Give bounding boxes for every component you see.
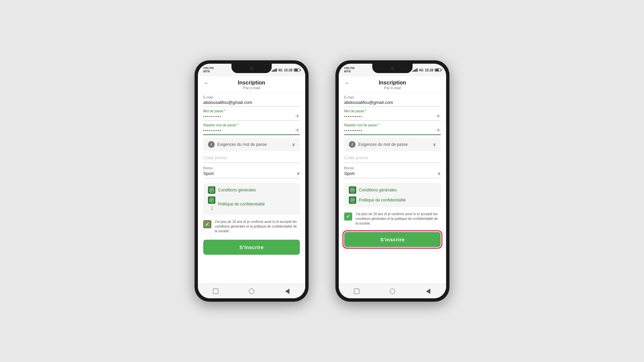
- status-bar-2: CELTISMTN 4G 15:28: [339, 64, 446, 76]
- email-value-2: abdousalifou@gmail.com: [344, 100, 441, 105]
- bottom-nav-2: [339, 284, 446, 298]
- password-requirements-2[interactable]: i Exigences du mot de passe ∨: [344, 138, 441, 151]
- notch-1: [231, 64, 272, 73]
- links-section-2: Conditions générales: [344, 183, 441, 207]
- arrow-down-red-icon-1: ↓: [210, 204, 214, 212]
- header-subtitle-2: Par e-mail: [384, 86, 401, 90]
- time-1: 15:28: [284, 68, 292, 72]
- signal-bar-4: [276, 68, 277, 72]
- header-subtitle-1: Par e-mail: [243, 86, 260, 90]
- nav-recent-2[interactable]: [425, 288, 432, 295]
- nav-square-icon-2: [354, 289, 359, 294]
- status-right-2: 4G 15:28: [413, 68, 441, 72]
- phone-frame-1: CELTISMTN 4G 15:28: [195, 60, 309, 302]
- email-field-2[interactable]: E-mail abdousalifou@gmail.com: [344, 96, 441, 107]
- repeat-password-dots-1: ••••••••••: [203, 129, 222, 132]
- app-content-1: ← Inscription Par e-mail E-mail abdousal…: [198, 76, 305, 298]
- network-type-2: 4G: [419, 68, 423, 72]
- time-2: 15:28: [425, 68, 433, 72]
- phone-screen-2: CELTISMTN 4G 15:28: [339, 64, 446, 298]
- info-icon-1: i: [208, 141, 215, 148]
- network-type-1: 4G: [278, 68, 282, 72]
- repeat-password-field-1[interactable]: Répéter mot de passe * •••••••••• 👁: [203, 123, 300, 135]
- password-field-1[interactable]: Mot de passe * •••••••••• 👁: [203, 109, 300, 121]
- code-promo-field-1[interactable]: Code promo: [203, 155, 300, 163]
- status-right-1: 4G 15:28: [272, 68, 300, 72]
- header-title-2: Inscription: [379, 80, 406, 86]
- password-label-2: Mot de passe *: [344, 109, 441, 113]
- conditions-link-1[interactable]: Conditions générales: [208, 186, 295, 194]
- req-text-2: Exigences du mot de passe: [358, 142, 408, 147]
- phone-screen-1: CELTISMTN 4G 15:28: [198, 64, 305, 298]
- email-value-1: abdousalifou@gmail.com: [203, 100, 300, 105]
- checkbox-2[interactable]: ✓: [344, 213, 352, 221]
- checkbox-1[interactable]: ✓: [203, 220, 211, 228]
- bonus-field-1[interactable]: Bonus Sport ∨: [203, 166, 300, 178]
- password-label-1: Mot de passe *: [203, 109, 300, 113]
- nav-triangle-icon-2: [426, 289, 430, 294]
- chevron-down-icon-1: ∨: [292, 142, 295, 147]
- phone-1: CELTISMTN 4G 15:28: [195, 60, 309, 302]
- status-bar-1: CELTISMTN 4G 15:28: [198, 64, 305, 76]
- checkbox-row-2[interactable]: ✓ J'ai plus de 18 ans et je confirme avo…: [344, 210, 441, 227]
- checkbox-row-1[interactable]: ✓ J'ai plus de 18 ans et je confirme avo…: [203, 218, 300, 235]
- app-header-1: ← Inscription Par e-mail: [198, 76, 305, 93]
- code-promo-field-2[interactable]: Code promo: [344, 155, 441, 163]
- links-section-1: Conditions générales: [203, 183, 300, 215]
- req-left-2: i Exigences du mot de passe: [349, 141, 408, 148]
- conditions-text-2: Conditions générales: [359, 188, 397, 192]
- app-content-2: ← Inscription Par e-mail E-mail abdousal…: [339, 76, 446, 298]
- bonus-chevron-2: ∨: [437, 171, 441, 176]
- eye-icon-password-1[interactable]: 👁: [295, 114, 300, 119]
- nav-home-2[interactable]: [353, 288, 360, 295]
- confidentialite-link-1[interactable]: ↓ Politique de confidentialité: [208, 196, 295, 212]
- bonus-value-1: Sport: [203, 171, 214, 176]
- form-scroll-2: E-mail abdousalifou@gmail.com Mot de pas…: [339, 93, 446, 284]
- checkmark-icon-2: ✓: [346, 214, 350, 219]
- conditions-link-2[interactable]: Conditions générales: [349, 186, 436, 194]
- app-header-2: ← Inscription Par e-mail: [339, 76, 446, 93]
- email-label-1: E-mail: [203, 96, 300, 99]
- repeat-password-field-2[interactable]: Répéter mot de passe * •••••••••• 👁: [344, 123, 441, 135]
- signal-bar-1: [272, 70, 273, 72]
- back-button-1[interactable]: ←: [203, 80, 209, 87]
- signal-bar-3: [274, 69, 275, 72]
- password-field-2[interactable]: Mot de passe * •••••••••• 👁: [344, 109, 441, 121]
- eye-icon-repeat-1[interactable]: 👁: [295, 128, 300, 133]
- nav-triangle-icon-1: [285, 289, 289, 294]
- form-scroll-1: E-mail abdousalifou@gmail.com Mot de pas…: [198, 93, 305, 284]
- nav-back-1[interactable]: [248, 288, 255, 295]
- register-button-2[interactable]: S'inscrire: [344, 232, 441, 247]
- email-field-1[interactable]: E-mail abdousalifou@gmail.com: [203, 96, 300, 107]
- req-left-1: i Exigences du mot de passe: [208, 141, 267, 148]
- eye-icon-password-2[interactable]: 👁: [436, 114, 441, 119]
- signal-bar-2-3: [415, 69, 416, 72]
- chevron-down-icon-2: ∨: [433, 142, 436, 147]
- back-button-2[interactable]: ←: [344, 80, 350, 87]
- password-dots-1: ••••••••••: [203, 115, 222, 118]
- code-promo-placeholder-1: Code promo: [203, 155, 227, 160]
- nav-back-2[interactable]: [389, 288, 396, 295]
- register-button-1[interactable]: S'inscrire: [203, 240, 300, 255]
- nav-home-1[interactable]: [212, 288, 219, 295]
- eye-icon-repeat-2[interactable]: 👁: [436, 128, 441, 133]
- email-label-2: E-mail: [344, 96, 441, 99]
- nav-square-icon-1: [213, 289, 218, 294]
- signal-icon-2: [413, 68, 418, 72]
- signal-icon-1: [272, 68, 277, 72]
- email-text-1: abdousalifou@gmail.com: [203, 100, 252, 105]
- checkbox-text-1: J'ai plus de 18 ans et je confirme avoir…: [215, 220, 300, 234]
- repeat-password-dots-2: ••••••••••: [344, 129, 363, 132]
- battery-icon-1: [294, 68, 300, 72]
- nav-recent-1[interactable]: [284, 288, 291, 295]
- confidentialite-link-2[interactable]: Politique de confidentialité: [349, 196, 436, 204]
- info-icon-2: i: [349, 141, 356, 148]
- password-dots-2: ••••••••••: [344, 115, 363, 118]
- password-requirements-1[interactable]: i Exigences du mot de passe ∨: [203, 138, 300, 151]
- bonus-field-2[interactable]: Bonus Sport ∨: [344, 166, 441, 178]
- conditions-text-1: Conditions générales: [218, 188, 256, 192]
- confidentialite-doc-icon-2: [349, 196, 356, 204]
- password-value-row-1: •••••••••• 👁: [203, 114, 300, 119]
- header-title-1: Inscription: [238, 80, 265, 86]
- signal-bar-2-1: [413, 70, 414, 72]
